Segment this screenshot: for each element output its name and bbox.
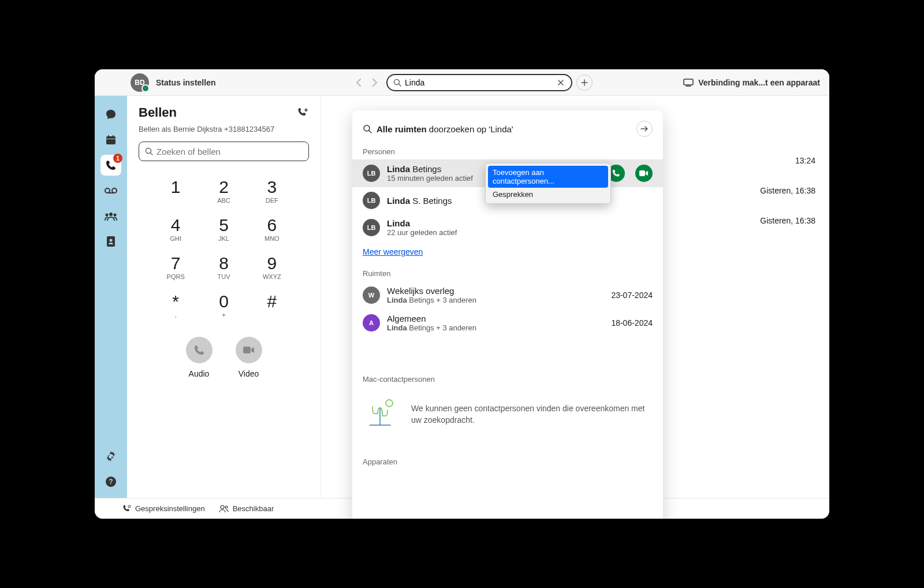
context-menu: Toevoegen aan contactpersonen... Gesprek… — [485, 163, 611, 204]
svg-point-22 — [221, 505, 224, 509]
room-date: 23-07-2024 — [611, 291, 653, 300]
rooms-section-label: Ruimten — [352, 266, 663, 281]
call-settings-button[interactable]: Gespreksinstellingen — [122, 504, 205, 513]
search-icon — [363, 124, 372, 133]
people-section-label: Personen — [352, 144, 663, 159]
search-icon — [393, 79, 401, 87]
key-8[interactable]: 8TUV — [203, 255, 245, 281]
user-avatar[interactable]: BD — [131, 73, 149, 92]
audio-call-button[interactable]: Audio — [186, 337, 213, 378]
svg-point-23 — [225, 506, 228, 508]
calendar-icon — [105, 134, 117, 146]
availability-label: Beschikbaar — [233, 504, 274, 513]
quick-video-button[interactable] — [635, 165, 653, 182]
device-icon — [683, 79, 694, 87]
cactus-icon — [363, 399, 400, 431]
key-7[interactable]: 7PQRS — [155, 255, 197, 281]
rail-voicemail[interactable] — [100, 180, 121, 201]
svg-rect-26 — [639, 170, 645, 176]
video-label: Video — [239, 369, 259, 378]
avatar: LB — [363, 165, 380, 182]
search-clear-button[interactable] — [556, 79, 565, 86]
key-star[interactable]: *, — [155, 293, 197, 319]
svg-rect-20 — [243, 347, 251, 353]
gear-icon — [105, 451, 117, 462]
key-2[interactable]: 2ABC — [203, 178, 245, 205]
mac-contacts-label: Mac-contactpersonen — [352, 371, 663, 387]
call-settings-label: Gespreksinstellingen — [135, 504, 205, 513]
svg-point-13 — [114, 214, 117, 217]
connect-device-label: Verbinding mak...t een apparaat — [698, 78, 820, 87]
time-entry: Gisteren, 16:38 — [760, 216, 815, 225]
avatar: W — [363, 286, 380, 304]
svg-point-11 — [109, 213, 113, 216]
phone-gear-icon — [122, 504, 132, 513]
rail-help[interactable]: ? — [100, 471, 121, 492]
svg-line-25 — [369, 131, 371, 133]
room-result[interactable]: W Wekelijks overleg Linda Betings + 3 an… — [352, 281, 663, 309]
dial-search-input[interactable] — [157, 147, 303, 157]
rail-settings[interactable] — [100, 446, 121, 467]
status-button[interactable]: Status instellen — [156, 78, 215, 87]
key-1[interactable]: 1 — [155, 178, 197, 205]
key-hash[interactable]: # — [251, 293, 293, 319]
svg-point-9 — [112, 188, 117, 193]
key-0[interactable]: 0+ — [203, 293, 245, 319]
search-input[interactable] — [405, 78, 556, 87]
left-nav-rail: 1 ? — [95, 96, 127, 498]
nav-back-button[interactable] — [352, 76, 366, 90]
rail-contacts[interactable] — [100, 231, 121, 252]
arrow-right-icon — [640, 125, 649, 132]
search-go-button[interactable] — [636, 121, 653, 137]
svg-text:?: ? — [109, 478, 113, 486]
titlebar: BD Status instellen Verbinding mak...t e… — [95, 69, 829, 96]
devices-section-label: Apparaten — [352, 454, 663, 470]
global-search[interactable] — [386, 74, 572, 91]
empty-state: We kunnen geen contactpersonen vinden di… — [352, 387, 663, 454]
phone-icon — [193, 344, 205, 356]
chevron-right-icon — [372, 79, 378, 87]
rail-chat[interactable] — [100, 104, 121, 125]
availability-button[interactable]: Beschikbaar — [219, 504, 274, 513]
new-button[interactable] — [576, 75, 593, 91]
audio-label: Audio — [189, 369, 210, 378]
svg-rect-5 — [106, 139, 116, 139]
rail-call[interactable]: 1 — [100, 155, 121, 176]
svg-rect-6 — [108, 135, 109, 137]
call-panel-title: Bellen — [139, 105, 177, 120]
chat-icon — [105, 109, 117, 120]
time-entry: Gisteren, 16:38 — [760, 186, 815, 195]
people-icon — [219, 505, 229, 513]
call-panel: Bellen Bellen als Bernie Dijkstra +31881… — [127, 96, 321, 498]
room-result[interactable]: A Algemeen Linda Betings + 3 anderen 18-… — [352, 309, 663, 337]
key-9[interactable]: 9WXYZ — [251, 255, 293, 281]
plus-icon — [581, 79, 588, 86]
voicemail-icon — [105, 187, 117, 194]
call-as-label: Bellen als Bernie Dijkstra +31881234567 — [139, 125, 309, 133]
video-call-button[interactable]: Video — [236, 337, 262, 378]
contacts-icon — [106, 236, 116, 247]
add-call-button[interactable] — [297, 107, 309, 118]
svg-rect-2 — [684, 79, 693, 85]
key-3[interactable]: 3DEF — [251, 178, 293, 205]
call-badge: 1 — [113, 154, 122, 163]
svg-point-8 — [105, 188, 110, 193]
video-icon — [639, 170, 649, 177]
menu-calls[interactable]: Gesprekken — [488, 188, 608, 201]
search-all-rooms[interactable]: Alle ruimten doorzoeken op 'Linda' — [352, 117, 663, 144]
connect-device-button[interactable]: Verbinding mak...t een apparaat — [683, 78, 820, 87]
rail-teams[interactable] — [100, 206, 121, 226]
person-result[interactable]: LB Linda 22 uur geleden actief — [352, 214, 663, 241]
rail-calendar[interactable] — [100, 129, 121, 150]
menu-add-contact[interactable]: Toevoegen aan contactpersonen... — [488, 166, 608, 188]
key-6[interactable]: 6MNO — [251, 217, 293, 243]
svg-line-1 — [399, 84, 401, 86]
key-4[interactable]: 4GHI — [155, 217, 197, 243]
recent-times: 13:24 Gisteren, 16:38 Gisteren, 16:38 — [760, 156, 815, 225]
dial-search[interactable] — [139, 142, 309, 161]
nav-forward-button[interactable] — [368, 76, 382, 90]
svg-point-15 — [110, 239, 113, 242]
phone-icon — [612, 169, 621, 178]
show-more-link[interactable]: Meer weergeven — [352, 241, 663, 262]
key-5[interactable]: 5JKL — [203, 217, 245, 243]
